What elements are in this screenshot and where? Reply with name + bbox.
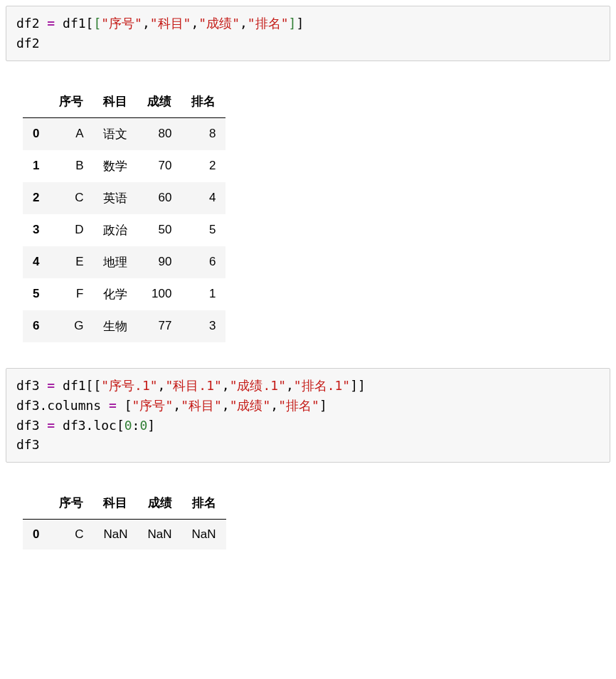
row-index: 0 xyxy=(23,520,49,550)
col-index xyxy=(23,487,49,520)
cell: 6 xyxy=(181,246,225,278)
code-token: , xyxy=(270,398,278,413)
code-token: , xyxy=(286,378,294,393)
table-row: 5 F 化学 100 1 xyxy=(23,278,225,310)
code-token: , xyxy=(142,16,150,31)
code-token: ] xyxy=(319,398,327,413)
code-token: "排名" xyxy=(278,398,319,413)
cell: 77 xyxy=(137,310,181,342)
cell: 80 xyxy=(137,117,181,150)
cell: 数学 xyxy=(93,150,137,182)
cell: 90 xyxy=(137,246,181,278)
code-token: "排名" xyxy=(248,16,289,31)
code-token: [ xyxy=(124,398,132,413)
table-row: 0 C NaN NaN NaN xyxy=(23,520,226,550)
code-token: [ xyxy=(93,16,101,31)
code-token: df3 xyxy=(16,437,40,452)
code-token: ] xyxy=(147,418,155,433)
cell: 语文 xyxy=(93,117,137,150)
table-row: 0 A 语文 80 8 xyxy=(23,117,225,150)
table-row: 2 C 英语 60 4 xyxy=(23,182,225,214)
code-token: : xyxy=(132,418,140,433)
col-c1: 序号 xyxy=(49,85,93,118)
col-c4: 排名 xyxy=(181,85,225,118)
cell: NaN xyxy=(93,520,137,550)
table-header-row: 序号 科目 成绩 排名 xyxy=(23,85,225,118)
code-token: , xyxy=(191,16,198,31)
cell: 2 xyxy=(181,150,225,182)
code-token: df2 xyxy=(16,36,40,51)
dataframe-output-1: 序号 科目 成绩 排名 0 A 语文 80 8 1 B 数学 70 2 2 C … xyxy=(23,85,225,342)
cell: A xyxy=(49,117,93,150)
code-token: "成绩.1" xyxy=(230,378,286,393)
row-index: 4 xyxy=(23,246,49,278)
row-index: 5 xyxy=(23,278,49,310)
table-row: 6 G 生物 77 3 xyxy=(23,310,225,342)
col-c4: 排名 xyxy=(182,487,226,520)
code-token: "科目" xyxy=(150,16,191,31)
cell: C xyxy=(49,520,93,550)
cell: 5 xyxy=(181,214,225,246)
cell: 50 xyxy=(137,214,181,246)
code-token: ] xyxy=(289,16,297,31)
code-token: "序号" xyxy=(132,398,174,413)
code-token: ] xyxy=(296,16,304,31)
code-token: [ xyxy=(117,418,124,433)
cell: C xyxy=(49,182,93,214)
col-c1: 序号 xyxy=(49,487,93,520)
code-token: , xyxy=(222,398,230,413)
code-token: [ xyxy=(86,378,94,393)
cell: 1 xyxy=(181,278,225,310)
cell: G xyxy=(49,310,93,342)
cell: 8 xyxy=(181,117,225,150)
cell: NaN xyxy=(182,520,226,550)
code-token: "排名.1" xyxy=(294,378,350,393)
cell: 3 xyxy=(181,310,225,342)
code-token: df2 xyxy=(16,16,40,31)
table-row: 3 D 政治 50 5 xyxy=(23,214,225,246)
cell: 政治 xyxy=(93,214,137,246)
code-token: [ xyxy=(93,378,101,393)
code-token: = xyxy=(47,378,55,393)
code-token: [ xyxy=(86,16,94,31)
code-token: , xyxy=(158,378,166,393)
code-token: = xyxy=(47,16,55,31)
cell: E xyxy=(49,246,93,278)
code-token: , xyxy=(222,378,230,393)
code-token: "序号" xyxy=(101,16,142,31)
code-token: = xyxy=(47,418,55,433)
code-token: "科目" xyxy=(181,398,222,413)
cell: 60 xyxy=(137,182,181,214)
code-token: , xyxy=(173,398,181,413)
cell: 地理 xyxy=(93,246,137,278)
code-token: df3.columns xyxy=(16,398,101,413)
code-token: df1 xyxy=(63,378,86,393)
code-token: 0 xyxy=(139,418,147,433)
code-token: "成绩" xyxy=(230,398,271,413)
code-token: "科目.1" xyxy=(165,378,221,393)
code-token: "序号.1" xyxy=(101,378,157,393)
cell: NaN xyxy=(137,520,181,550)
cell: D xyxy=(49,214,93,246)
col-c3: 成绩 xyxy=(137,85,181,118)
cell: F xyxy=(49,278,93,310)
code-token: df3 xyxy=(16,378,40,393)
row-index: 0 xyxy=(23,117,49,150)
col-c3: 成绩 xyxy=(137,487,181,520)
row-index: 2 xyxy=(23,182,49,214)
code-token: df1 xyxy=(63,16,86,31)
code-cell-1[interactable]: df2 = df1[["序号","科目","成绩","排名"]] df2 xyxy=(6,6,610,61)
col-index xyxy=(23,85,49,118)
table-row: 4 E 地理 90 6 xyxy=(23,246,225,278)
dataframe-output-2: 序号 科目 成绩 排名 0 C NaN NaN NaN xyxy=(23,487,226,549)
code-cell-2[interactable]: df3 = df1[["序号.1","科目.1","成绩.1","排名.1"]]… xyxy=(6,368,610,463)
code-token: 0 xyxy=(124,418,132,433)
cell: 英语 xyxy=(93,182,137,214)
table-header-row: 序号 科目 成绩 排名 xyxy=(23,487,226,520)
code-token: "成绩" xyxy=(198,16,240,31)
code-token: , xyxy=(240,16,248,31)
row-index: 3 xyxy=(23,214,49,246)
code-token: df3 xyxy=(16,418,40,433)
col-c2: 科目 xyxy=(93,85,137,118)
cell: 化学 xyxy=(93,278,137,310)
